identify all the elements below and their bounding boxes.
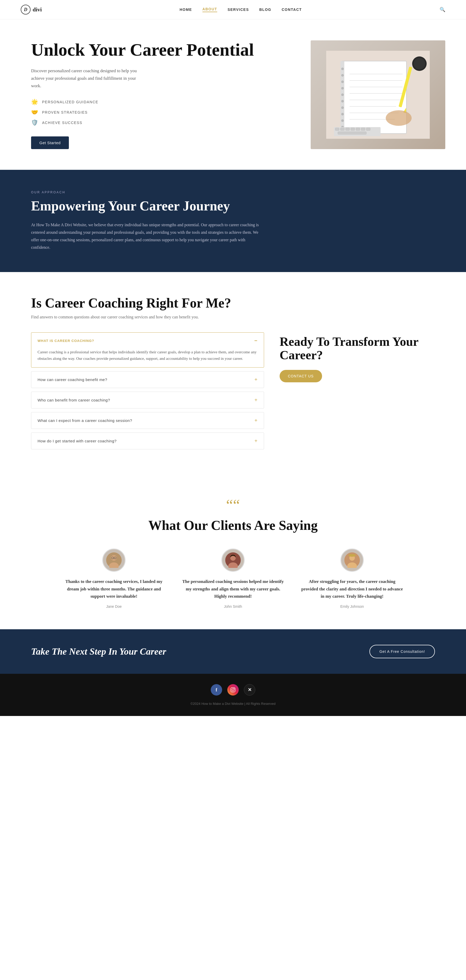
hero-cta-button[interactable]: Get Started [31,137,69,149]
svg-rect-27 [346,128,350,130]
svg-point-10 [341,113,344,115]
nav-blog[interactable]: BLOG [259,8,271,12]
faq-plus-icon-3: + [254,417,258,423]
faq-section: Is Career Coaching Right for Me? Find an… [0,272,466,476]
instagram-icon[interactable] [227,684,239,695]
svg-rect-29 [356,128,360,130]
svg-point-9 [341,107,344,109]
testimonial-name-2: Emily Johnson [300,605,404,609]
faq-question-text-4: How do I get started with career coachin… [38,439,116,443]
faq-question-text-1: How can career coaching benefit me? [38,377,107,382]
svg-rect-32 [338,132,366,134]
nav-contact[interactable]: CONTACT [282,8,302,12]
search-icon[interactable]: 🔍 [440,7,445,13]
svg-rect-48 [350,554,355,556]
feature-label-1: Proven Strategies [42,110,88,115]
instagram-svg [231,687,235,692]
svg-point-8 [341,100,344,102]
faq-question-text-2: Who can benefit from career coaching? [38,398,110,402]
avatar-image-2 [344,552,360,568]
avatar-2 [340,549,364,572]
faq-layout: What is career coaching? − Career coachi… [31,332,435,453]
svg-point-5 [341,81,344,83]
testimonial-text-1: The personalized coaching sessions helpe… [181,578,285,601]
nav-services[interactable]: SERVICES [227,8,249,12]
svg-point-23 [386,110,412,126]
faq-question-0[interactable]: What is career coaching? − [31,332,264,349]
testimonial-item-0: Thanks to the career coaching services, … [62,549,166,609]
avatar-0 [102,549,126,572]
approach-title: Empowering Your Career Journey [31,198,435,213]
feature-icon-2: 🛡️ [31,119,38,126]
testimonial-text-0: Thanks to the career coaching services, … [62,578,166,601]
hero-section: Unlock Your Career Potential Discover pe… [0,19,466,170]
hero-image [311,40,445,149]
svg-point-50 [232,689,234,691]
feature-item-0: 🌟 Personalized Guidance [31,99,295,105]
feature-icon-1: 🤝 [31,109,38,116]
svg-rect-26 [340,128,344,130]
faq-plus-icon-2: + [254,397,258,403]
facebook-icon[interactable]: f [211,684,222,695]
svg-rect-30 [361,128,365,130]
logo-text: divi [33,6,42,13]
svg-rect-28 [351,128,355,130]
nav-links: HOME ABOUT SERVICES BLOG CONTACT [180,7,302,12]
hero-features: 🌟 Personalized Guidance 🤝 Proven Strateg… [31,99,295,126]
testimonial-item-1: The personalized coaching sessions helpe… [181,549,285,609]
faq-item-0: What is career coaching? − Career coachi… [31,332,264,368]
testimonial-name-0: Jane Doe [62,605,166,609]
logo-icon: D [21,5,30,14]
hero-image-placeholder [311,40,445,149]
avatar-image-0 [106,552,122,568]
testimonials-grid: Thanks to the career coaching services, … [31,549,435,609]
svg-point-34 [414,58,425,69]
approach-text: At How To Make A Divi Website, we believ… [31,221,264,251]
nav-about[interactable]: ABOUT [202,7,217,12]
svg-point-6 [341,87,344,89]
faq-item-1: How can career coaching benefit me? + [31,371,264,388]
faq-question-2[interactable]: Who can benefit from career coaching? + [31,392,264,408]
faq-question-1[interactable]: How can career coaching benefit me? + [31,371,264,388]
contact-us-button[interactable]: Contact Us [280,370,322,382]
faq-answer-0: Career coaching is a professional servic… [31,349,264,367]
sidebar-cta-title: Ready to Transform Your Career? [280,335,435,363]
faq-item-4: How do I get started with career coachin… [31,433,264,449]
testimonials-section: ““ What Our Clients Are Saying Thanks to… [0,476,466,630]
svg-rect-31 [366,128,370,130]
svg-rect-25 [335,128,339,130]
faq-question-text-0: What is career coaching? [38,339,94,343]
nav-home[interactable]: HOME [180,8,192,12]
svg-rect-2 [340,61,344,134]
cta-banner: Take the Next Step in Your Career Get A … [0,629,466,674]
x-twitter-icon[interactable]: ✕ [244,684,255,695]
feature-label-0: Personalized Guidance [42,100,99,104]
testimonials-title: What Our Clients Are Saying [31,518,435,533]
testimonial-name-1: John Smith [181,605,285,609]
faq-plus-icon-0: − [254,338,258,344]
hero-illustration [326,51,430,139]
logo[interactable]: D divi [21,5,42,14]
approach-section: OUR APPROACH Empowering Your Career Jour… [0,170,466,272]
faq-questions: What is career coaching? − Career coachi… [31,332,264,453]
faq-item-3: What can I expect from a career coaching… [31,412,264,429]
svg-point-7 [341,94,344,96]
svg-rect-49 [231,688,235,692]
avatar-1 [221,549,245,572]
faq-question-4[interactable]: How do I get started with career coachin… [31,433,264,449]
hero-title: Unlock Your Career Potential [31,40,295,59]
testimonial-item-2: After struggling for years, the career c… [300,549,404,609]
svg-point-11 [341,119,344,122]
footer-copyright: ©2024 How to Make a Divi Website | All R… [31,702,435,706]
footer: f ✕ ©2024 How to Make a Divi Website | A… [0,674,466,716]
faq-question-3[interactable]: What can I expect from a career coaching… [31,412,264,429]
hero-text: Unlock Your Career Potential Discover pe… [31,40,311,149]
free-consultation-button[interactable]: Get A Free Consultation! [369,645,435,658]
testimonial-text-2: After struggling for years, the career c… [300,578,404,601]
faq-plus-icon-4: + [254,438,258,444]
feature-icon-0: 🌟 [31,99,38,105]
feature-item-1: 🤝 Proven Strategies [31,109,295,116]
faq-item-2: Who can benefit from career coaching? + [31,391,264,409]
cta-banner-title: Take the Next Step in Your Career [31,646,166,657]
social-icons: f ✕ [31,684,435,695]
